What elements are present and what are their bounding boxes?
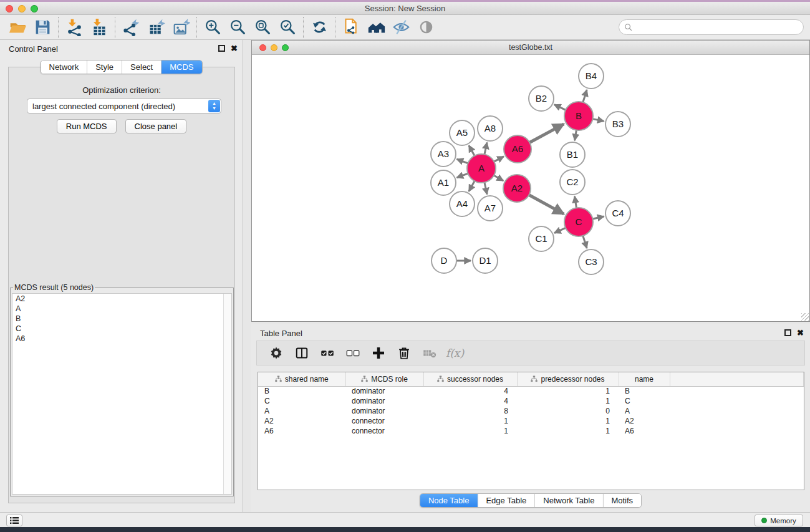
tab-select[interactable]: Select bbox=[122, 60, 162, 74]
table-cell[interactable]: B bbox=[619, 386, 670, 396]
table-cell[interactable]: 0 bbox=[517, 406, 619, 416]
result-list-scrollbar[interactable] bbox=[223, 294, 231, 494]
column-header-shared-name[interactable]: shared name bbox=[258, 372, 345, 386]
network-overview-button[interactable] bbox=[364, 16, 388, 39]
delete-table-button[interactable] bbox=[418, 342, 441, 364]
table-cell[interactable]: 1 bbox=[517, 416, 619, 426]
show-graphics-details-button[interactable] bbox=[413, 16, 438, 39]
edge-A-A4[interactable] bbox=[469, 181, 475, 191]
import-table-button[interactable] bbox=[87, 16, 112, 39]
result-item[interactable]: C bbox=[12, 324, 231, 334]
network-window-titlebar[interactable]: testGlobe.txt bbox=[252, 41, 809, 55]
delete-column-button[interactable] bbox=[392, 342, 415, 364]
tab-network-table[interactable]: Network Table bbox=[535, 494, 603, 507]
table-cell[interactable]: C bbox=[258, 396, 345, 406]
close-panel-button[interactable]: Close panel bbox=[125, 119, 187, 133]
edge-A-A3[interactable] bbox=[457, 159, 468, 163]
export-network-button[interactable] bbox=[118, 16, 143, 39]
app-titlebar[interactable]: Session: New Session bbox=[0, 2, 810, 15]
table-cell[interactable]: dominator bbox=[345, 386, 423, 396]
column-header-name[interactable]: name bbox=[619, 372, 670, 386]
zoom-out-button[interactable] bbox=[225, 16, 250, 39]
table-cell[interactable]: 4 bbox=[423, 386, 517, 396]
toggle-panel-layout-button[interactable] bbox=[290, 342, 313, 364]
table-cell[interactable]: dominator bbox=[345, 406, 423, 416]
criterion-dropdown[interactable]: largest connected component (directed) ▲… bbox=[27, 99, 221, 114]
column-header-successor-nodes[interactable]: successor nodes bbox=[423, 372, 517, 386]
table-cell[interactable]: B bbox=[258, 386, 345, 396]
table-cell[interactable]: A2 bbox=[258, 416, 345, 426]
deselect-all-checkboxes-button[interactable] bbox=[341, 342, 364, 364]
edge-A-A1[interactable] bbox=[457, 173, 468, 178]
save-session-button[interactable] bbox=[30, 16, 55, 39]
search-input[interactable] bbox=[635, 21, 803, 34]
hide-graphics-details-button[interactable] bbox=[388, 16, 413, 39]
apply-layout-button[interactable] bbox=[307, 16, 332, 39]
table-row[interactable]: A2connector11A2 bbox=[258, 416, 804, 426]
table-cell[interactable]: 8 bbox=[423, 406, 517, 416]
edge-A-A8[interactable] bbox=[485, 142, 487, 154]
tab-network[interactable]: Network bbox=[41, 60, 87, 74]
table-cell[interactable]: 1 bbox=[517, 426, 619, 436]
table-cell[interactable]: A6 bbox=[619, 426, 670, 436]
export-image-button[interactable] bbox=[168, 16, 193, 39]
edge-C-C4[interactable] bbox=[592, 216, 604, 219]
table-cell[interactable]: 1 bbox=[423, 426, 517, 436]
tab-mcds[interactable]: MCDS bbox=[162, 60, 201, 74]
edge-A2-C[interactable] bbox=[529, 195, 564, 215]
memory-button[interactable]: Memory bbox=[755, 515, 803, 526]
edge-A6-B[interactable] bbox=[529, 124, 564, 143]
close-table-panel-icon[interactable]: ✖ bbox=[797, 328, 804, 337]
select-all-checkboxes-button[interactable] bbox=[316, 342, 339, 364]
import-network-button[interactable] bbox=[62, 16, 87, 39]
add-column-button[interactable] bbox=[367, 342, 390, 364]
table-row[interactable]: Adominator80A bbox=[258, 406, 804, 416]
table-cell[interactable]: A2 bbox=[619, 416, 670, 426]
zoom-fit-button[interactable] bbox=[250, 16, 275, 39]
table-cell[interactable]: C bbox=[619, 396, 670, 406]
network-canvas[interactable]: AA1A2A3A4A5A6A7A8BB1B2B3B4CC1C2C3C4DD1 bbox=[253, 56, 809, 321]
clone-network-button[interactable] bbox=[339, 16, 364, 39]
task-history-button[interactable] bbox=[6, 515, 22, 526]
column-header-predecessor-nodes[interactable]: predecessor nodes bbox=[517, 372, 619, 386]
edge-C-C2[interactable] bbox=[575, 196, 577, 208]
edge-B-B4[interactable] bbox=[583, 90, 587, 102]
tab-motifs[interactable]: Motifs bbox=[603, 494, 641, 507]
result-item[interactable]: B bbox=[12, 314, 231, 324]
table-cell[interactable]: dominator bbox=[345, 396, 423, 406]
result-item[interactable]: A bbox=[12, 304, 231, 314]
function-builder-button[interactable]: f(x) bbox=[443, 342, 466, 364]
table-cell[interactable]: A bbox=[619, 406, 670, 416]
table-row[interactable]: Bdominator41B bbox=[258, 386, 804, 396]
export-table-button[interactable] bbox=[143, 16, 168, 39]
table-cell[interactable]: connector bbox=[345, 426, 423, 436]
run-mcds-button[interactable]: Run MCDS bbox=[57, 119, 117, 133]
edge-B-B1[interactable] bbox=[575, 130, 577, 141]
zoom-selected-button[interactable] bbox=[275, 16, 300, 39]
table-cell[interactable]: A6 bbox=[258, 426, 345, 436]
float-table-panel-icon[interactable] bbox=[784, 329, 791, 336]
table-row[interactable]: A6connector11A6 bbox=[258, 426, 804, 436]
float-panel-icon[interactable] bbox=[218, 45, 225, 52]
edge-A-A7[interactable] bbox=[485, 182, 487, 194]
edge-A-A2[interactable] bbox=[494, 175, 503, 181]
table-cell[interactable]: 1 bbox=[517, 386, 619, 396]
edge-C-C3[interactable] bbox=[583, 236, 587, 248]
edge-C-C1[interactable] bbox=[554, 228, 566, 233]
column-header-MCDS-role[interactable]: MCDS role bbox=[345, 372, 423, 386]
table-row[interactable]: Cdominator41C bbox=[258, 396, 804, 406]
open-file-button[interactable] bbox=[5, 16, 30, 39]
column-settings-button[interactable] bbox=[264, 342, 287, 364]
table-cell[interactable]: A bbox=[258, 406, 345, 416]
edge-A-A6[interactable] bbox=[494, 157, 504, 162]
tab-style[interactable]: Style bbox=[87, 60, 122, 74]
tab-node-table[interactable]: Node Table bbox=[420, 494, 478, 507]
edge-B-B2[interactable] bbox=[554, 105, 566, 110]
resize-grip[interactable] bbox=[801, 313, 809, 321]
table-cell[interactable]: 1 bbox=[517, 396, 619, 406]
edge-B-B3[interactable] bbox=[593, 119, 604, 122]
result-item[interactable]: A2 bbox=[12, 294, 231, 304]
tab-edge-table[interactable]: Edge Table bbox=[478, 494, 535, 507]
table-cell[interactable]: connector bbox=[345, 416, 423, 426]
table-cell[interactable]: 1 bbox=[423, 416, 517, 426]
